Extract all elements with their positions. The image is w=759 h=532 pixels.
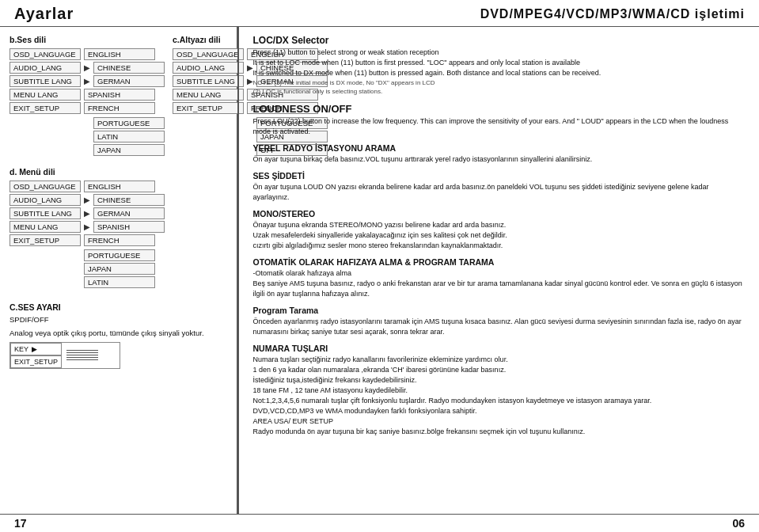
arrow-icon: ▶ [84, 77, 90, 86]
lang-row: OSD_LANGUAGE ENGLISH [9, 180, 227, 192]
prog-text: Önceden ayarlanmış radyo istasyonlarını … [253, 317, 746, 337]
menu-dili-table: OSD_LANGUAGE ENGLISH AUDIO_LANG ▶ CHINES… [9, 180, 227, 288]
lang-extra: JAPAN [84, 263, 155, 275]
oto-text2: Beş saniye AMS tuşuna basınız, radyo o a… [253, 279, 746, 299]
prog-title: Program Tarama [253, 306, 746, 315]
lang-extra: JAPAN [93, 144, 165, 156]
spdif-label: SPDIF/OFF [9, 314, 227, 325]
numara-section: NUMARA TUŞLARI Numara tuşları seçtiğiniz… [253, 344, 746, 437]
lang-value: GERMAN [93, 207, 165, 219]
ses-dili-title: b.Ses dili [9, 35, 165, 44]
loud-section: LOUDNESS ON/OFF Press LOU(22) button to … [253, 103, 746, 137]
lang-value: SPANISH [84, 89, 155, 101]
menu-dili-title: d. Menü dili [9, 167, 227, 177]
key-lines [62, 343, 120, 368]
arrow-icon: ▶ [84, 222, 90, 231]
mono-title: MONO/STEREO [253, 209, 746, 218]
loc-note2: (2) LOC is functional only is selecting … [253, 87, 746, 96]
arrow-icon: ▶ [84, 209, 90, 218]
exit-setup-cell: EXIT_SETUP [10, 355, 62, 368]
lang-label: AUDIO_LANG [9, 194, 81, 206]
mono-text1: Önayar tuşuna ekranda STEREO/MONO yazısı… [253, 220, 746, 230]
lang-row: OSD_LANGUAGE ENGLISH [9, 48, 165, 60]
loc-text2: It is set to LOC mode when (11) button i… [253, 58, 746, 68]
lang-label: OSD_LANGUAGE [9, 180, 81, 192]
lang-value: CHINESE [93, 62, 165, 74]
loc-text3: It is switched to DX mode when (11) butt… [253, 68, 746, 78]
mono-text2: Uzak mesafelerdeki sinyalleride yakalaya… [253, 230, 746, 241]
lang-value: ENGLISH [84, 180, 155, 192]
lang-value: ENGLISH [84, 48, 155, 60]
lang-label: AUDIO_LANG [173, 62, 244, 74]
lang-row: AUDIO_LANG ▶ CHINESE [9, 194, 227, 206]
lang-label: SUBTITLE LANG [173, 75, 244, 87]
lang-label: AUDIO_LANG [9, 62, 81, 74]
yerel-title: YEREL RADYO İSTASYONU ARAMA [253, 143, 746, 153]
key-line [66, 350, 98, 351]
lang-extra: LATIN [93, 131, 165, 142]
ses-siddeti-title: SES ŞİDDETİ [253, 171, 746, 180]
lang-row: EXIT_SETUP FRENCH [9, 234, 227, 246]
lang-value: CHINESE [93, 194, 165, 206]
lang-label: MENU LANG [9, 221, 81, 233]
loud-title: LOUDNESS ON/OFF [253, 103, 746, 115]
page-title-left: Ayarlar [14, 5, 74, 23]
lang-label: OSD_LANGUAGE [173, 48, 244, 60]
numara-text5: Not:1,2,3,4,5,6 numaralı tuşlar çift fon… [253, 396, 746, 406]
numara-text2: 1 den 6 ya kadar olan numaralara ,ekrand… [253, 365, 746, 375]
lang-label: EXIT_SETUP [9, 102, 81, 114]
lang-value: SPANISH [93, 221, 165, 233]
ses-dili-col: b.Ses dili OSD_LANGUAGE ENGLISH AUDIO_LA… [9, 35, 165, 156]
page: Ayarlar DVD/MPEG4/VCD/MP3/WMA/CD işletim… [0, 0, 759, 532]
key-label: KEY [14, 345, 28, 353]
footer-page-left: 17 [14, 517, 27, 530]
ses-section: SES ŞİDDETİ Ön ayar tuşuna LOUD ON yazıs… [253, 171, 746, 203]
numara-text3: İstediğiniz tuşa,istediğiniz frekansı ka… [253, 375, 746, 386]
oto-text1: -Otomatik olarak hafızaya alma [253, 268, 746, 279]
right-panel: LOC/DX Selector Press (11) button to sel… [239, 27, 760, 514]
footer-page-right: 06 [732, 517, 745, 530]
loc-section: LOC/DX Selector Press (11) button to sel… [253, 35, 746, 97]
lang-label: MENU LANG [9, 89, 81, 101]
numara-text6: DVD,VCD,CD,MP3 ve WMA modundayken farklı… [253, 406, 746, 416]
lang-row: AUDIO_LANG ▶ CHINESE [9, 62, 165, 74]
mono-section: MONO/STEREO Önayar tuşuna ekranda STEREO… [253, 209, 746, 251]
ses-ayari-title: C.SES AYARI [9, 302, 227, 312]
lang-extra: PORTUGUESE [84, 249, 155, 261]
key-table: KEY ▶ EXIT_SETUP [9, 342, 120, 369]
numara-text1: Numara tuşları seçtiğiniz radyo kanallar… [253, 355, 746, 365]
numara-text8: Radyo modunda ön ayar tuşuna bir kaç san… [253, 427, 746, 437]
lang-row: SUBTITLE LANG ▶ GERMAN [9, 75, 165, 87]
lang-value: FRENCH [84, 102, 155, 114]
lang-label: EXIT_SETUP [173, 102, 244, 114]
lang-row: SUBTITLE LANG ▶ GERMAN [9, 207, 227, 219]
arrow-icon: ▶ [84, 196, 90, 204]
lang-extra: LATIN [84, 276, 155, 288]
numara-text4: 18 tane FM , 12 tane AM istasyonu kayded… [253, 386, 746, 396]
menu-dili-section: d. Menü dili OSD_LANGUAGE ENGLISH AUDIO_… [9, 167, 227, 288]
lang-extra: PORTUGUESE [93, 117, 165, 129]
lang-value: FRENCH [84, 234, 155, 246]
yerel-section: YEREL RADYO İSTASYONU ARAMA Ön ayar tuşu… [253, 143, 746, 165]
oto-section: OTOMATİK OLARAK HAFIZAYA ALMA & PROGRAM … [253, 257, 746, 299]
ses-siddeti-text: Ön ayar tuşuna LOUD ON yazısı ekranda be… [253, 182, 746, 203]
lang-label: SUBTITLE LANG [9, 75, 81, 87]
key-cell: KEY ▶ [10, 343, 62, 355]
lang-label: MENU LANG [173, 89, 244, 101]
numara-text7: AREA USA/ EUR SETUP [253, 416, 746, 427]
lang-label: OSD_LANGUAGE [9, 48, 81, 60]
ses-ayari-section: C.SES AYARI SPDIF/OFF Analog veya optik … [9, 302, 227, 369]
loc-text1: Press (11) button to select strong or we… [253, 48, 746, 58]
key-line [66, 359, 98, 360]
main-content: b.Ses dili OSD_LANGUAGE ENGLISH AUDIO_LA… [0, 27, 759, 514]
lang-row: MENU LANG ▶ SPANISH [9, 221, 227, 233]
left-panel: b.Ses dili OSD_LANGUAGE ENGLISH AUDIO_LA… [0, 27, 237, 514]
ses-dili-table: OSD_LANGUAGE ENGLISH AUDIO_LANG ▶ CHINES… [9, 48, 165, 156]
key-line [66, 352, 98, 353]
lang-row: EXIT_SETUP FRENCH [9, 102, 165, 114]
prog-section: Program Tarama Önceden ayarlanmış radyo … [253, 306, 746, 337]
ses-altyazi-section: b.Ses dili OSD_LANGUAGE ENGLISH AUDIO_LA… [9, 35, 227, 156]
key-arrow-icon: ▶ [32, 345, 37, 353]
arrow-icon: ▶ [84, 63, 90, 72]
header: Ayarlar DVD/MPEG4/VCD/MP3/WMA/CD işletim… [0, 0, 759, 27]
